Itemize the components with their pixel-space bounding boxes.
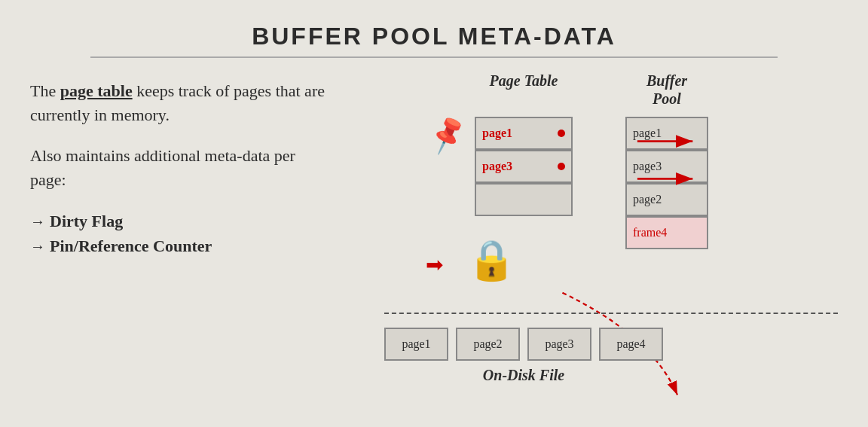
- pin-counter-label: Pin/Reference Counter: [50, 233, 212, 258]
- bp-row-2-label: page3: [633, 160, 662, 173]
- lock-arrow-icon: ➡: [426, 252, 443, 277]
- bp-row-3: page2: [625, 183, 708, 216]
- disk-section: page1 page2 page3 page4 On-Disk File: [384, 328, 663, 384]
- paragraph-1: The page table keeps track of pages that…: [30, 79, 332, 127]
- lock-icon: 🔒: [467, 237, 516, 283]
- pt-row-1-label: page1: [482, 127, 512, 140]
- col-header-buffer-pool: BufferPool: [625, 72, 708, 108]
- bp-row-2: page3: [625, 150, 708, 183]
- pt-dot-2: [558, 163, 565, 170]
- meta-list: Also maintains additional meta-data per …: [30, 144, 332, 258]
- page-table-rows: page1 page3: [475, 117, 573, 216]
- diagram-container: Page Table BufferPool 📌 page1 page3: [347, 72, 838, 412]
- disk-label: On-Disk File: [483, 367, 564, 384]
- disk-page-3: page3: [527, 328, 591, 361]
- disk-pages: page1 page2 page3 page4: [384, 328, 663, 361]
- disk-page-2: page2: [456, 328, 520, 361]
- buffer-pool-rows: page1 page3 page2 frame4: [625, 117, 708, 249]
- pt-row-2-label: page3: [482, 160, 512, 173]
- page-table-term: page table: [60, 81, 133, 100]
- pt-dot-1: [558, 130, 565, 137]
- bp-row-4-label: frame4: [633, 226, 667, 239]
- disk-page-4: page4: [599, 328, 663, 361]
- bp-row-1-label: page1: [633, 127, 662, 140]
- bp-row-1: page1: [625, 117, 708, 150]
- right-panel: Page Table BufferPool 📌 page1 page3: [347, 72, 838, 412]
- dashed-separator: [384, 313, 838, 314]
- para-2: Also maintains additional meta-data per …: [30, 144, 332, 192]
- list-item-dirty-flag: → Dirty Flag: [30, 209, 332, 233]
- pt-row-2: page3: [475, 150, 573, 183]
- page-title: BUFFER POOL META-DATA: [30, 23, 838, 50]
- title-section: BUFFER POOL META-DATA: [30, 23, 838, 58]
- content-area: The page table keeps track of pages that…: [30, 72, 838, 412]
- pt-row-1: page1: [475, 117, 573, 150]
- arrow-icon-2: →: [30, 235, 45, 258]
- thumbtack-icon: 📌: [425, 113, 469, 156]
- pt-row-3-label: [482, 193, 485, 206]
- bp-row-3-label: page2: [633, 193, 662, 206]
- left-panel: The page table keeps track of pages that…: [30, 72, 347, 412]
- list-item-pin-counter: → Pin/Reference Counter: [30, 233, 332, 258]
- col-header-page-table: Page Table: [475, 72, 573, 90]
- arrow-icon-1: →: [30, 210, 45, 233]
- bp-row-4: frame4: [625, 216, 708, 249]
- dirty-flag-label: Dirty Flag: [50, 209, 123, 233]
- disk-page-1: page1: [384, 328, 448, 361]
- title-divider: [90, 56, 777, 58]
- pt-row-3: [475, 183, 573, 216]
